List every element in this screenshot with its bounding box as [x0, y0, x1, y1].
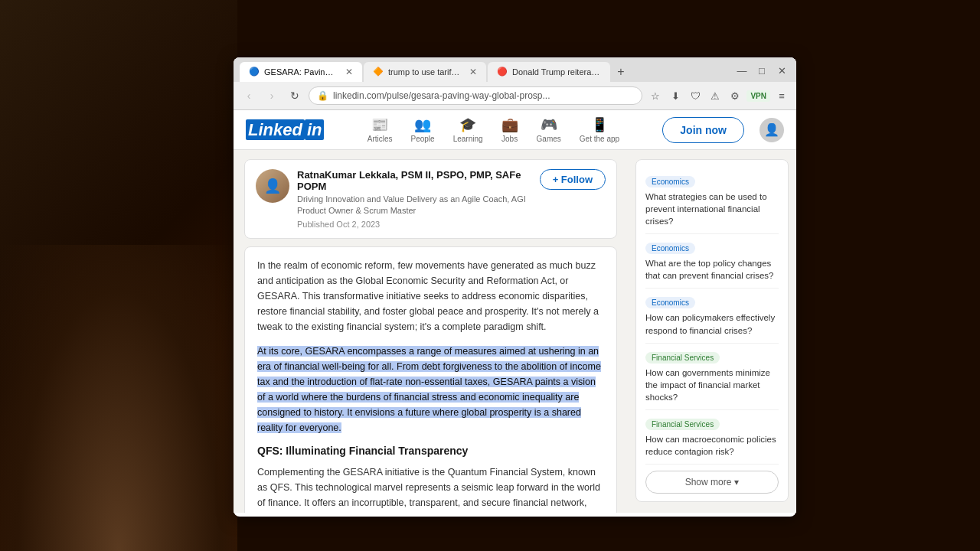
author-info: RatnaKumar Lekkala, PSM II, PSPO, PMP, S…: [297, 169, 532, 229]
people-icon: 👥: [414, 116, 431, 133]
secure-icon: 🔒: [317, 90, 328, 101]
sidebar-card: Economics What strategies can be used to…: [635, 159, 789, 502]
tab1-label: GESARA: Paving the Way for G...: [264, 67, 338, 77]
sidebar-item-1: Economics What strategies can be used to…: [645, 168, 779, 234]
tab3-favicon: 🔴: [497, 67, 508, 77]
browser-tab-2[interactable]: 🔶 trump to use tariffs - Brave Search ✕: [364, 62, 486, 82]
address-bar[interactable]: 🔒 linkedin.com/pulse/gesara-paving-way-g…: [309, 86, 642, 105]
address-text: linkedin.com/pulse/gesara-paving-way-glo…: [333, 90, 634, 101]
nav-learning[interactable]: 🎓 Learning: [446, 112, 491, 148]
article-section-heading: QFS: Illuminating Financial Transparency: [257, 445, 604, 457]
show-more-button[interactable]: Show more ▾: [645, 471, 779, 494]
vpn-badge[interactable]: VPN: [746, 90, 770, 102]
tab2-close-button[interactable]: ✕: [469, 67, 477, 77]
browser-tab-3[interactable]: 🔴 Donald Trump reiterates US tariff p...: [488, 62, 610, 82]
maximize-button[interactable]: □: [753, 62, 770, 79]
author-card: 👤 RatnaKumar Lekkala, PSM II, PSPO, PMP,…: [244, 159, 617, 239]
sidebar-tag-2: Economics: [645, 243, 695, 254]
getapp-icon: 📱: [591, 116, 608, 133]
learning-icon: 🎓: [459, 116, 476, 133]
sidebar-tag-4: Financial Services: [645, 352, 720, 364]
sidebar-tag-5: Financial Services: [645, 419, 720, 430]
page-content: Linkedin 📰 Articles 👥 People 🎓 Learning …: [234, 110, 796, 513]
webcam-person: [0, 245, 237, 551]
browser-toolbar: ‹ › ↻ 🔒 linkedin.com/pulse/gesara-paving…: [234, 82, 796, 109]
author-title: Driving Innovation and Value Delivery as…: [297, 194, 532, 217]
browser-tabs: 🔵 GESARA: Paving the Way for G... ✕ 🔶 tr…: [234, 57, 796, 82]
games-icon: 🎮: [541, 116, 557, 133]
back-button[interactable]: ‹: [240, 86, 258, 105]
tab2-label: trump to use tariffs - Brave Search: [388, 67, 462, 77]
nav-jobs-label: Jobs: [501, 135, 518, 143]
logo-text: Linked: [246, 119, 305, 140]
nav-games[interactable]: 🎮 Games: [529, 112, 569, 148]
reload-button[interactable]: ↻: [286, 86, 304, 105]
nav-articles[interactable]: 📰 Articles: [360, 112, 400, 148]
author-date: Published Oct 2, 2023: [297, 220, 532, 229]
chevron-down-icon: ▾: [734, 477, 739, 487]
sidebar-question-3[interactable]: How can policymakers effectively respond…: [645, 311, 779, 336]
sidebar-item-2: Economics What are the top policy change…: [645, 234, 779, 289]
sidebar-tag-1: Economics: [645, 176, 695, 187]
sidebar-tag-3: Economics: [645, 297, 695, 308]
settings-icon[interactable]: ⚙: [727, 87, 743, 104]
minimize-button[interactable]: —: [733, 62, 750, 79]
nav-games-label: Games: [537, 135, 561, 143]
follow-button[interactable]: + Follow: [540, 169, 606, 190]
close-button[interactable]: ✕: [773, 62, 790, 79]
linkedin-logo[interactable]: Linkedin: [246, 120, 324, 140]
nav-getapp[interactable]: 📱 Get the app: [572, 112, 627, 148]
download-icon[interactable]: ⬇: [667, 87, 684, 104]
articles-icon: 📰: [371, 116, 388, 133]
new-tab-button[interactable]: +: [612, 63, 630, 81]
sidebar-question-2[interactable]: What are the top policy changes that can…: [645, 257, 779, 282]
sidebar-question-4[interactable]: How can governments minimize the impact …: [645, 367, 779, 403]
nav-getapp-label: Get the app: [580, 135, 619, 143]
main-area: 👤 RatnaKumar Lekkala, PSM II, PSPO, PMP,…: [234, 150, 796, 513]
author-avatar: 👤: [256, 169, 289, 203]
tab2-favicon: 🔶: [373, 67, 384, 77]
article-section-text: Complementing the GESARA initiative is t…: [257, 465, 604, 513]
bookmark-icon[interactable]: ☆: [647, 87, 664, 104]
warning-icon[interactable]: ⚠: [707, 87, 724, 104]
nav-jobs[interactable]: 💼 Jobs: [494, 112, 526, 148]
highlighted-text: At its core, GESARA encompasses a range …: [257, 346, 601, 433]
jobs-icon: 💼: [501, 116, 518, 133]
sidebar-item-3: Economics How can policymakers effective…: [645, 289, 779, 343]
join-now-button[interactable]: Join now: [662, 117, 744, 143]
show-more-label: Show more: [685, 477, 732, 487]
user-avatar[interactable]: 👤: [760, 118, 784, 142]
sidebar-question-1[interactable]: What strategies can be used to prevent i…: [645, 191, 779, 227]
article-intro: In the realm of economic reform, few mov…: [257, 258, 604, 334]
browser-window: 🔵 GESARA: Paving the Way for G... ✕ 🔶 tr…: [234, 57, 796, 517]
browser-chrome: 🔵 GESARA: Paving the Way for G... ✕ 🔶 tr…: [234, 57, 796, 110]
tab1-close-button[interactable]: ✕: [345, 67, 353, 77]
nav-articles-label: Articles: [368, 135, 393, 143]
linkedin-nav: 📰 Articles 👥 People 🎓 Learning 💼 Jobs 🎮: [339, 112, 647, 148]
browser-tab-1[interactable]: 🔵 GESARA: Paving the Way for G... ✕: [240, 62, 362, 82]
author-name: RatnaKumar Lekkala, PSM II, PSPO, PMP, S…: [297, 169, 532, 192]
article-section: 👤 RatnaKumar Lekkala, PSM II, PSPO, PMP,…: [234, 150, 628, 513]
shield-icon[interactable]: 🛡: [687, 87, 704, 104]
linkedin-header: Linkedin 📰 Articles 👥 People 🎓 Learning …: [234, 110, 796, 150]
sidebar-item-5: Financial Services How can macroeconomic…: [645, 410, 779, 465]
tab1-favicon: 🔵: [249, 67, 260, 77]
sidebar: Economics What strategies can be used to…: [628, 150, 796, 513]
nav-people[interactable]: 👥 People: [403, 112, 443, 148]
nav-people-label: People: [411, 135, 435, 143]
forward-button[interactable]: ›: [263, 86, 281, 105]
nav-learning-label: Learning: [453, 135, 483, 143]
logo-in: in: [305, 119, 325, 140]
sidebar-item-4: Financial Services How can governments m…: [645, 344, 779, 410]
tab3-label: Donald Trump reiterates US tariff p...: [512, 67, 601, 77]
sidebar-question-5[interactable]: How can macroeconomic policies reduce co…: [645, 433, 779, 458]
menu-icon[interactable]: ≡: [773, 87, 790, 104]
toolbar-icons: ☆ ⬇ 🛡 ⚠ ⚙ VPN ≡: [647, 87, 790, 104]
article-highlighted: At its core, GESARA encompasses a range …: [257, 344, 604, 435]
article-body: In the realm of economic reform, few mov…: [244, 246, 617, 513]
